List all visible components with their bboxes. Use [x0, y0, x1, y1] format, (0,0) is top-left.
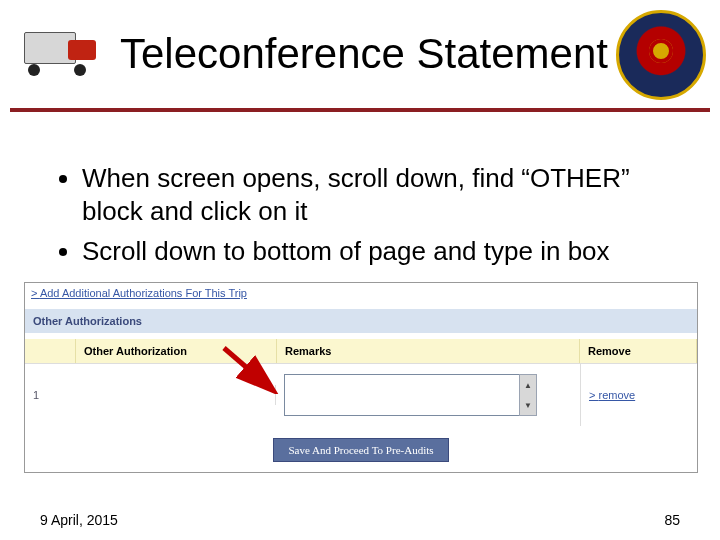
slide-title: Teleconference Statement — [120, 30, 608, 78]
table-row: 1 ▲▼ remove — [25, 363, 697, 426]
section-header: Other Authorizations — [25, 309, 697, 333]
bullet-list: When screen opens, scroll down, find “OT… — [42, 162, 690, 276]
footer-date: 9 April, 2015 — [40, 512, 118, 528]
bullet-item: Scroll down to bottom of page and type i… — [82, 235, 690, 268]
usmc-seal-icon — [616, 10, 706, 100]
col-auth: Other Authorization — [76, 339, 277, 363]
app-screenshot: Add Additional Authorizations For This T… — [24, 282, 698, 473]
footer-page: 85 — [664, 512, 680, 528]
title-rule — [10, 108, 710, 112]
truck-icon — [14, 22, 104, 72]
remove-link[interactable]: remove — [589, 389, 635, 401]
col-index — [25, 339, 76, 363]
table-header: Other Authorization Remarks Remove — [25, 339, 697, 363]
scroll-down-icon[interactable]: ▼ — [520, 395, 536, 415]
col-remarks: Remarks — [277, 339, 580, 363]
textarea-scrollbar[interactable]: ▲▼ — [519, 374, 537, 416]
add-authorizations-link[interactable]: Add Additional Authorizations For This T… — [25, 283, 697, 303]
scroll-up-icon[interactable]: ▲ — [520, 375, 536, 395]
row-index: 1 — [25, 379, 75, 411]
save-proceed-button[interactable]: Save And Proceed To Pre-Audits — [273, 438, 448, 462]
col-remove: Remove — [580, 339, 697, 363]
remarks-textarea[interactable] — [284, 374, 519, 416]
row-auth — [75, 385, 276, 405]
row-remarks: ▲▼ — [276, 364, 581, 426]
bullet-item: When screen opens, scroll down, find “OT… — [82, 162, 690, 227]
